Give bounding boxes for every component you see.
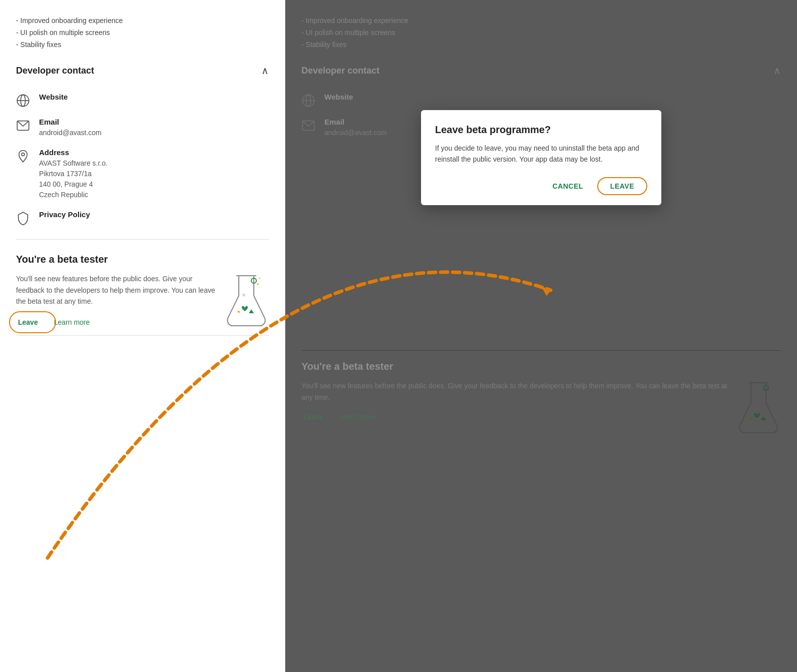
email-icon-left xyxy=(16,119,30,133)
release-note-2: - UI polish on multiple screens xyxy=(16,27,269,39)
left-panel: - Improved onboarding experience - UI po… xyxy=(0,0,285,672)
email-value-left: android@avast.com xyxy=(39,128,102,138)
privacy-label-left: Privacy Policy xyxy=(39,210,90,219)
contact-email-left: Email android@avast.com xyxy=(16,118,269,138)
address-label-left: Address xyxy=(39,148,108,157)
svg-text:+: + xyxy=(242,291,246,299)
developer-contact-title-left: Developer contact xyxy=(16,66,94,76)
website-label-left: Website xyxy=(39,93,68,101)
dialog-body: If you decide to leave, you may need to … xyxy=(435,143,647,165)
svg-point-10 xyxy=(257,283,259,285)
leave-button-left[interactable]: Leave xyxy=(16,315,40,329)
beta-description-left: You'll see new features before the publi… xyxy=(16,273,216,307)
dialog-title: Leave beta programme? xyxy=(435,124,647,136)
contact-privacy-left[interactable]: Privacy Policy xyxy=(16,210,269,225)
svg-marker-7 xyxy=(249,309,254,313)
svg-point-11 xyxy=(259,278,261,279)
email-label-left: Email xyxy=(39,118,102,126)
release-note-3: - Stability fixes xyxy=(16,39,269,51)
shield-icon-left xyxy=(16,211,30,225)
flask-illustration-left: + xyxy=(224,273,269,328)
chevron-up-icon-left[interactable]: ∧ xyxy=(261,65,269,77)
location-icon-left xyxy=(16,149,30,163)
developer-contact-header-left: Developer contact ∧ xyxy=(16,65,269,83)
contact-address-left: Address AVAST Software s.r.o. Pikrtova 1… xyxy=(16,148,269,200)
contact-website-left: Website xyxy=(16,93,269,108)
beta-actions-left: Leave Learn more xyxy=(16,315,216,329)
beta-content-left: You'll see new features before the publi… xyxy=(16,273,269,329)
cancel-button[interactable]: CANCEL xyxy=(547,178,589,194)
leave-dialog-button[interactable]: LEAVE xyxy=(597,177,647,195)
right-panel: - Improved onboarding experience - UI po… xyxy=(285,0,797,672)
dialog-actions: CANCEL LEAVE xyxy=(435,177,647,195)
leave-beta-dialog: Leave beta programme? If you decide to l… xyxy=(421,110,661,205)
address-value-left: AVAST Software s.r.o. Pikrtova 1737/1a 1… xyxy=(39,158,108,200)
divider-left-bottom xyxy=(16,335,269,336)
svg-point-4 xyxy=(22,153,25,156)
svg-marker-6 xyxy=(237,310,241,313)
release-note-1: - Improved onboarding experience xyxy=(16,15,269,27)
beta-text-left: You'll see new features before the publi… xyxy=(16,273,216,329)
divider-left xyxy=(16,239,269,240)
flask-svg-left: + xyxy=(224,273,269,328)
dialog-overlay: Leave beta programme? If you decide to l… xyxy=(285,0,797,672)
globe-icon-left xyxy=(16,94,30,108)
beta-title-left: You're a beta tester xyxy=(16,254,269,265)
release-notes-left: - Improved onboarding experience - UI po… xyxy=(16,15,269,51)
learn-more-button-left[interactable]: Learn more xyxy=(52,315,92,329)
